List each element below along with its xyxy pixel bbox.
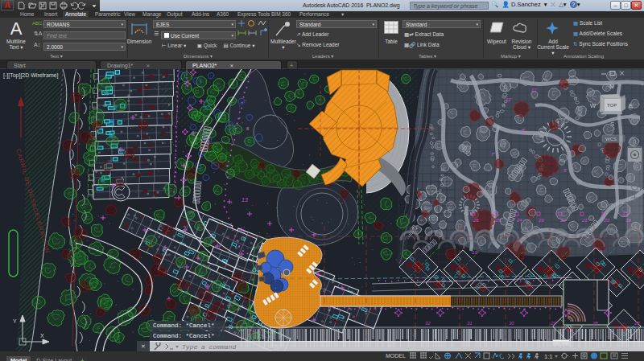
svg-text:24: 24 — [516, 218, 522, 223]
svg-text:22: 22 — [559, 218, 566, 223]
svg-text:21: 21 — [581, 218, 588, 223]
svg-text:12': 12' — [506, 97, 513, 102]
svg-text:29: 29 — [550, 321, 556, 326]
svg-text:31: 31 — [467, 321, 473, 326]
svg-text:25: 25 — [494, 218, 501, 223]
svg-text:30: 30 — [509, 321, 514, 326]
svg-text:E: E — [629, 102, 633, 109]
svg-text:32: 32 — [425, 321, 431, 326]
svg-text:27: 27 — [634, 321, 640, 326]
svg-text:S: S — [610, 121, 614, 128]
svg-text:13: 13 — [242, 197, 248, 203]
svg-text:1:1: 1:1 — [544, 353, 552, 360]
svg-text:N: N — [609, 83, 613, 90]
svg-text:23: 23 — [538, 218, 544, 223]
svg-text:W: W — [590, 102, 597, 109]
svg-text:13': 13' — [472, 250, 479, 255]
svg-text:28: 28 — [592, 321, 598, 326]
svg-text:20: 20 — [603, 218, 609, 223]
svg-text:TOP: TOP — [607, 103, 617, 108]
svg-text:X: X — [40, 333, 44, 338]
svg-text:Y: Y — [13, 318, 17, 324]
svg-text:WCS: WCS — [605, 137, 617, 142]
svg-text:26: 26 — [473, 218, 479, 223]
svg-text:[-][Top][2D Wireframe]: [-][Top][2D Wireframe] — [3, 72, 59, 79]
svg-text:11': 11' — [531, 88, 538, 92]
